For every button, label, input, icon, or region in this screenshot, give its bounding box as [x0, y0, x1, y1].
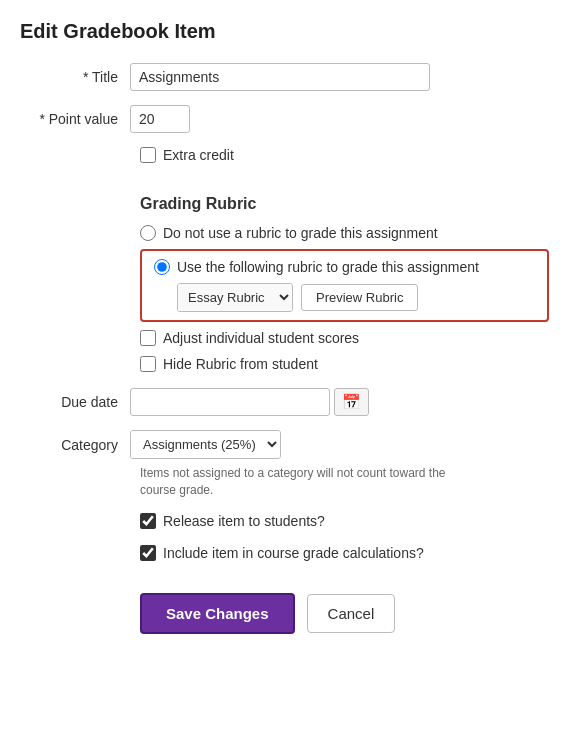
rubric-option2-box: Use the following rubric to grade this a… [140, 249, 549, 322]
title-label: * Title [20, 69, 130, 85]
rubric-option1-label: Do not use a rubric to grade this assign… [163, 225, 438, 241]
adjust-scores-checkbox[interactable] [140, 330, 156, 346]
due-date-input[interactable] [130, 388, 330, 416]
adjust-scores-row: Adjust individual student scores [140, 330, 549, 346]
rubric-controls: Essay Rubric Lab Rubric Project Rubric P… [177, 283, 535, 312]
due-date-label: Due date [20, 394, 130, 410]
adjust-scores-label: Adjust individual student scores [163, 330, 359, 346]
extra-credit-checkbox[interactable] [140, 147, 156, 163]
hide-rubric-checkbox[interactable] [140, 356, 156, 372]
include-grade-checkbox[interactable] [140, 545, 156, 561]
hide-rubric-label: Hide Rubric from student [163, 356, 318, 372]
extra-credit-row: Extra credit [140, 147, 549, 163]
category-note: Items not assigned to a category will no… [140, 465, 480, 499]
calendar-button[interactable]: 📅 [334, 388, 369, 416]
points-input[interactable] [130, 105, 190, 133]
points-label: * Point value [20, 111, 130, 127]
include-grade-row: Include item in course grade calculation… [140, 545, 549, 561]
hide-rubric-row: Hide Rubric from student [140, 356, 549, 372]
release-checkbox[interactable] [140, 513, 156, 529]
rubric-option2-top: Use the following rubric to grade this a… [154, 259, 535, 275]
grading-rubric-section-title: Grading Rubric [140, 195, 549, 213]
rubric-option1-row: Do not use a rubric to grade this assign… [140, 225, 549, 241]
rubric-select-wrapper: Essay Rubric Lab Rubric Project Rubric [177, 283, 293, 312]
preview-rubric-button[interactable]: Preview Rubric [301, 284, 418, 311]
save-button[interactable]: Save Changes [140, 593, 295, 634]
rubric-select[interactable]: Essay Rubric Lab Rubric Project Rubric [178, 284, 292, 311]
title-input[interactable] [130, 63, 430, 91]
due-date-row: Due date 📅 [20, 388, 549, 416]
category-select-wrapper: Assignments (25%) Quizzes (25%) Exams (5… [130, 430, 281, 459]
rubric-option2-label: Use the following rubric to grade this a… [177, 259, 479, 275]
rubric-option1-radio[interactable] [140, 225, 156, 241]
category-label: Category [20, 437, 130, 453]
rubric-option2-radio[interactable] [154, 259, 170, 275]
page-title: Edit Gradebook Item [20, 20, 549, 43]
action-row: Save Changes Cancel [140, 593, 549, 634]
include-grade-label: Include item in course grade calculation… [163, 545, 424, 561]
title-row: * Title [20, 63, 549, 91]
category-row: Category Assignments (25%) Quizzes (25%)… [20, 430, 549, 459]
points-row: * Point value [20, 105, 549, 133]
release-row: Release item to students? [140, 513, 549, 529]
cancel-button[interactable]: Cancel [307, 594, 396, 633]
release-label: Release item to students? [163, 513, 325, 529]
category-select[interactable]: Assignments (25%) Quizzes (25%) Exams (5… [131, 431, 280, 458]
extra-credit-label: Extra credit [163, 147, 234, 163]
